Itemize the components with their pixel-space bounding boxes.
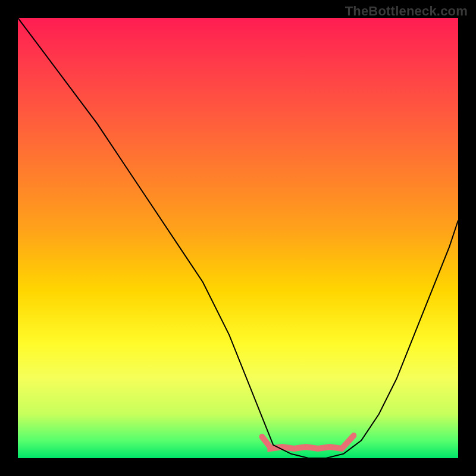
watermark-text: TheBottleneck.com xyxy=(345,4,468,19)
plot-area xyxy=(18,18,458,458)
bottleneck-curve xyxy=(18,18,458,458)
chart-frame: TheBottleneck.com xyxy=(0,0,476,476)
chart-svg xyxy=(18,18,458,458)
